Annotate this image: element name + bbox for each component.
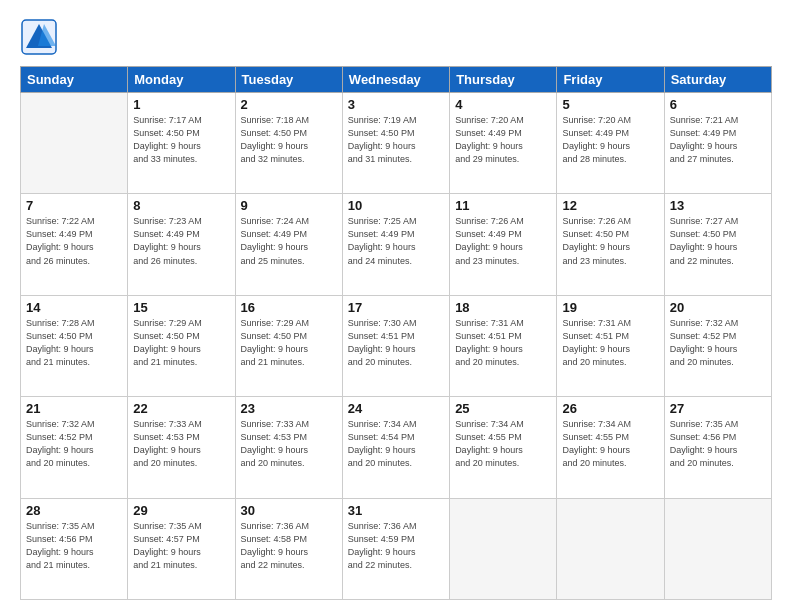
calendar-cell: 29Sunrise: 7:35 AM Sunset: 4:57 PM Dayli… — [128, 498, 235, 599]
day-info: Sunrise: 7:34 AM Sunset: 4:55 PM Dayligh… — [562, 418, 658, 470]
day-info: Sunrise: 7:27 AM Sunset: 4:50 PM Dayligh… — [670, 215, 766, 267]
calendar-cell: 9Sunrise: 7:24 AM Sunset: 4:49 PM Daylig… — [235, 194, 342, 295]
day-number: 8 — [133, 198, 229, 213]
day-info: Sunrise: 7:22 AM Sunset: 4:49 PM Dayligh… — [26, 215, 122, 267]
day-number: 11 — [455, 198, 551, 213]
day-number: 15 — [133, 300, 229, 315]
day-info: Sunrise: 7:34 AM Sunset: 4:55 PM Dayligh… — [455, 418, 551, 470]
weekday-header-saturday: Saturday — [664, 67, 771, 93]
day-number: 12 — [562, 198, 658, 213]
logo-icon — [20, 18, 58, 56]
day-number: 22 — [133, 401, 229, 416]
day-number: 28 — [26, 503, 122, 518]
day-info: Sunrise: 7:20 AM Sunset: 4:49 PM Dayligh… — [455, 114, 551, 166]
calendar-cell: 10Sunrise: 7:25 AM Sunset: 4:49 PM Dayli… — [342, 194, 449, 295]
weekday-header-wednesday: Wednesday — [342, 67, 449, 93]
day-number: 2 — [241, 97, 337, 112]
day-info: Sunrise: 7:36 AM Sunset: 4:59 PM Dayligh… — [348, 520, 444, 572]
weekday-header-sunday: Sunday — [21, 67, 128, 93]
day-number: 14 — [26, 300, 122, 315]
day-info: Sunrise: 7:25 AM Sunset: 4:49 PM Dayligh… — [348, 215, 444, 267]
calendar-cell: 12Sunrise: 7:26 AM Sunset: 4:50 PM Dayli… — [557, 194, 664, 295]
calendar-cell: 24Sunrise: 7:34 AM Sunset: 4:54 PM Dayli… — [342, 397, 449, 498]
day-number: 19 — [562, 300, 658, 315]
calendar-cell — [450, 498, 557, 599]
week-row-4: 21Sunrise: 7:32 AM Sunset: 4:52 PM Dayli… — [21, 397, 772, 498]
day-number: 17 — [348, 300, 444, 315]
calendar-cell: 8Sunrise: 7:23 AM Sunset: 4:49 PM Daylig… — [128, 194, 235, 295]
day-number: 26 — [562, 401, 658, 416]
calendar-cell: 19Sunrise: 7:31 AM Sunset: 4:51 PM Dayli… — [557, 295, 664, 396]
calendar-cell: 5Sunrise: 7:20 AM Sunset: 4:49 PM Daylig… — [557, 93, 664, 194]
weekday-header-friday: Friday — [557, 67, 664, 93]
header — [20, 18, 772, 56]
day-number: 3 — [348, 97, 444, 112]
calendar-cell: 20Sunrise: 7:32 AM Sunset: 4:52 PM Dayli… — [664, 295, 771, 396]
day-info: Sunrise: 7:28 AM Sunset: 4:50 PM Dayligh… — [26, 317, 122, 369]
calendar-cell: 18Sunrise: 7:31 AM Sunset: 4:51 PM Dayli… — [450, 295, 557, 396]
day-info: Sunrise: 7:35 AM Sunset: 4:56 PM Dayligh… — [670, 418, 766, 470]
day-number: 23 — [241, 401, 337, 416]
week-row-5: 28Sunrise: 7:35 AM Sunset: 4:56 PM Dayli… — [21, 498, 772, 599]
day-number: 13 — [670, 198, 766, 213]
day-info: Sunrise: 7:33 AM Sunset: 4:53 PM Dayligh… — [133, 418, 229, 470]
calendar-cell: 23Sunrise: 7:33 AM Sunset: 4:53 PM Dayli… — [235, 397, 342, 498]
calendar-cell: 26Sunrise: 7:34 AM Sunset: 4:55 PM Dayli… — [557, 397, 664, 498]
day-number: 9 — [241, 198, 337, 213]
day-info: Sunrise: 7:33 AM Sunset: 4:53 PM Dayligh… — [241, 418, 337, 470]
calendar-cell — [21, 93, 128, 194]
day-info: Sunrise: 7:18 AM Sunset: 4:50 PM Dayligh… — [241, 114, 337, 166]
calendar-cell: 4Sunrise: 7:20 AM Sunset: 4:49 PM Daylig… — [450, 93, 557, 194]
day-info: Sunrise: 7:26 AM Sunset: 4:49 PM Dayligh… — [455, 215, 551, 267]
day-number: 25 — [455, 401, 551, 416]
day-info: Sunrise: 7:23 AM Sunset: 4:49 PM Dayligh… — [133, 215, 229, 267]
calendar-cell: 14Sunrise: 7:28 AM Sunset: 4:50 PM Dayli… — [21, 295, 128, 396]
calendar-cell: 21Sunrise: 7:32 AM Sunset: 4:52 PM Dayli… — [21, 397, 128, 498]
day-number: 27 — [670, 401, 766, 416]
day-info: Sunrise: 7:32 AM Sunset: 4:52 PM Dayligh… — [26, 418, 122, 470]
day-number: 7 — [26, 198, 122, 213]
calendar-cell — [557, 498, 664, 599]
day-number: 16 — [241, 300, 337, 315]
day-info: Sunrise: 7:17 AM Sunset: 4:50 PM Dayligh… — [133, 114, 229, 166]
day-info: Sunrise: 7:36 AM Sunset: 4:58 PM Dayligh… — [241, 520, 337, 572]
day-info: Sunrise: 7:19 AM Sunset: 4:50 PM Dayligh… — [348, 114, 444, 166]
day-number: 18 — [455, 300, 551, 315]
day-info: Sunrise: 7:24 AM Sunset: 4:49 PM Dayligh… — [241, 215, 337, 267]
day-number: 31 — [348, 503, 444, 518]
calendar-cell: 22Sunrise: 7:33 AM Sunset: 4:53 PM Dayli… — [128, 397, 235, 498]
day-number: 21 — [26, 401, 122, 416]
calendar-cell: 15Sunrise: 7:29 AM Sunset: 4:50 PM Dayli… — [128, 295, 235, 396]
day-info: Sunrise: 7:30 AM Sunset: 4:51 PM Dayligh… — [348, 317, 444, 369]
calendar-cell: 7Sunrise: 7:22 AM Sunset: 4:49 PM Daylig… — [21, 194, 128, 295]
day-info: Sunrise: 7:29 AM Sunset: 4:50 PM Dayligh… — [241, 317, 337, 369]
day-info: Sunrise: 7:26 AM Sunset: 4:50 PM Dayligh… — [562, 215, 658, 267]
calendar-cell: 28Sunrise: 7:35 AM Sunset: 4:56 PM Dayli… — [21, 498, 128, 599]
week-row-2: 7Sunrise: 7:22 AM Sunset: 4:49 PM Daylig… — [21, 194, 772, 295]
day-info: Sunrise: 7:32 AM Sunset: 4:52 PM Dayligh… — [670, 317, 766, 369]
day-number: 6 — [670, 97, 766, 112]
calendar-cell: 13Sunrise: 7:27 AM Sunset: 4:50 PM Dayli… — [664, 194, 771, 295]
day-info: Sunrise: 7:31 AM Sunset: 4:51 PM Dayligh… — [562, 317, 658, 369]
day-info: Sunrise: 7:21 AM Sunset: 4:49 PM Dayligh… — [670, 114, 766, 166]
weekday-header-tuesday: Tuesday — [235, 67, 342, 93]
week-row-3: 14Sunrise: 7:28 AM Sunset: 4:50 PM Dayli… — [21, 295, 772, 396]
calendar-cell: 16Sunrise: 7:29 AM Sunset: 4:50 PM Dayli… — [235, 295, 342, 396]
day-info: Sunrise: 7:35 AM Sunset: 4:57 PM Dayligh… — [133, 520, 229, 572]
day-number: 4 — [455, 97, 551, 112]
day-info: Sunrise: 7:20 AM Sunset: 4:49 PM Dayligh… — [562, 114, 658, 166]
calendar-cell: 3Sunrise: 7:19 AM Sunset: 4:50 PM Daylig… — [342, 93, 449, 194]
day-number: 1 — [133, 97, 229, 112]
calendar-cell: 27Sunrise: 7:35 AM Sunset: 4:56 PM Dayli… — [664, 397, 771, 498]
day-info: Sunrise: 7:31 AM Sunset: 4:51 PM Dayligh… — [455, 317, 551, 369]
weekday-header-monday: Monday — [128, 67, 235, 93]
calendar-cell: 17Sunrise: 7:30 AM Sunset: 4:51 PM Dayli… — [342, 295, 449, 396]
day-number: 5 — [562, 97, 658, 112]
logo — [20, 18, 62, 56]
calendar-cell: 31Sunrise: 7:36 AM Sunset: 4:59 PM Dayli… — [342, 498, 449, 599]
calendar-table: SundayMondayTuesdayWednesdayThursdayFrid… — [20, 66, 772, 600]
day-number: 29 — [133, 503, 229, 518]
day-info: Sunrise: 7:34 AM Sunset: 4:54 PM Dayligh… — [348, 418, 444, 470]
day-number: 10 — [348, 198, 444, 213]
day-number: 24 — [348, 401, 444, 416]
